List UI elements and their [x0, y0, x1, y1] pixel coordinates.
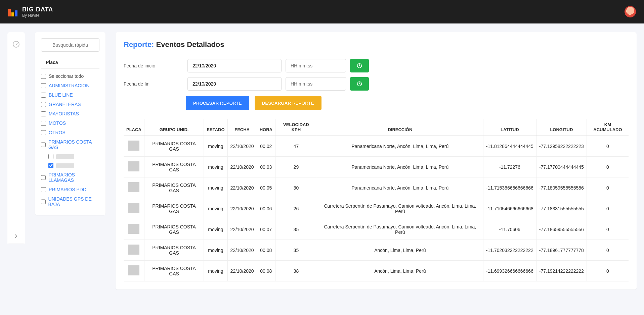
filter-checkbox[interactable]	[41, 187, 46, 192]
table-row: PRIMARIOS COSTA GASmoving22/10/202000:08…	[124, 240, 629, 261]
table-cell: -77.18331555555555	[536, 198, 587, 219]
search-input[interactable]	[41, 38, 99, 52]
table-cell: 0	[587, 261, 629, 281]
filter-checkbox[interactable]	[41, 121, 46, 126]
table-cell: 00:08	[257, 261, 275, 281]
table-cell: -77.18961777777778	[536, 240, 587, 261]
filter-checkbox[interactable]	[41, 199, 46, 204]
filter-label[interactable]: OTROS	[49, 130, 66, 135]
table-header-row: PLACAGRUPO UNID.ESTADOFECHAHORAVELOCIDAD…	[124, 119, 629, 136]
process-report-button[interactable]: PROCESAR REPORTE	[186, 96, 249, 110]
table-header-cell: LONGITUD	[536, 119, 587, 136]
mini-sidebar	[7, 32, 25, 244]
filter-label[interactable]: MAYORISTAS	[49, 111, 79, 116]
filter-label[interactable]: MOTOS	[49, 120, 66, 126]
end-time-input[interactable]	[286, 77, 346, 91]
table-header-cell: GRUPO UNID.	[144, 119, 204, 136]
filter-item: PRIMARIOS LLAMAGAS	[41, 170, 99, 185]
placa-redacted	[128, 245, 139, 255]
start-date-input[interactable]	[187, 59, 282, 72]
table-cell: Panamericana Norte, Ancón, Lima, Lima, P…	[317, 177, 483, 198]
filter-label[interactable]: UNIDADES GPS DE BAJA	[48, 196, 99, 207]
report-title-prefix: Reporte:	[124, 40, 154, 49]
filter-label[interactable]: PRIMARIOS PDD	[49, 187, 86, 192]
table-cell: 0	[587, 219, 629, 240]
table-cell: Panamericana Norte, Ancón, Lima, Lima, P…	[317, 157, 483, 177]
clock-icon	[357, 63, 362, 68]
set-end-time-button[interactable]	[350, 77, 369, 91]
filter-checkbox[interactable]	[41, 142, 46, 147]
table-cell: -77.19214222222222	[536, 261, 587, 281]
filter-item: MAYORISTAS	[41, 109, 99, 118]
filter-checkbox[interactable]	[41, 93, 46, 98]
filter-item	[41, 152, 99, 161]
redacted-label	[56, 163, 74, 168]
table-cell: Carretera Serpentín de Pasamayo, Camion …	[317, 219, 483, 240]
filter-label[interactable]: Seleccionar todo	[49, 73, 84, 79]
table-cell: -11.710546666666668	[483, 198, 536, 219]
filter-checkbox[interactable]	[41, 102, 46, 107]
filter-label[interactable]: PRIMARIOS COSTA GAS	[48, 139, 99, 150]
filter-checkbox[interactable]	[41, 130, 46, 135]
table-cell: -11.70606	[483, 219, 536, 240]
table-cell: 22/10/2020	[227, 136, 257, 157]
expand-sidebar-button[interactable]	[7, 229, 25, 244]
table-cell: 00:08	[257, 240, 275, 261]
end-date-input[interactable]	[187, 77, 282, 91]
placa-redacted	[128, 182, 139, 192]
table-cell: 00:03	[257, 157, 275, 177]
table-cell: 0	[587, 198, 629, 219]
start-date-label: Fecha de inicio	[124, 63, 187, 68]
filter-checkbox[interactable]	[41, 111, 46, 116]
table-header-cell: LATITUD	[483, 119, 536, 136]
filter-checkbox[interactable]	[48, 163, 53, 168]
table-cell: moving	[204, 198, 227, 219]
placa-redacted	[128, 224, 139, 234]
table-cell: 22/10/2020	[227, 157, 257, 177]
filter-section-title: Placa	[41, 58, 99, 69]
filter-item: PRIMARIOS COSTA GAS	[41, 137, 99, 152]
table-cell	[124, 198, 144, 219]
filter-panel: Placa Seleccionar todoADMINISTRACIONBLUE…	[35, 32, 105, 215]
end-date-label: Fecha de fin	[124, 81, 187, 87]
filter-label[interactable]: PRIMARIOS LLAMAGAS	[48, 172, 99, 183]
filter-item: MOTOS	[41, 118, 99, 128]
process-btn-light: REPORTE	[220, 101, 242, 106]
set-start-time-button[interactable]	[350, 59, 369, 72]
table-header-cell: VELOCIDAD KPH	[275, 119, 317, 136]
table-cell: -77.18659555555556	[536, 219, 587, 240]
table-cell: -11.699326666666666	[483, 261, 536, 281]
download-report-button[interactable]: DESCARGAR REPORTE	[255, 96, 321, 110]
process-btn-bold: PROCESAR	[193, 101, 219, 106]
filter-item: GRANELERAS	[41, 100, 99, 109]
avatar[interactable]	[625, 6, 636, 17]
dashboard-icon[interactable]	[13, 41, 19, 48]
table-cell: moving	[204, 177, 227, 198]
events-table: PLACAGRUPO UNID.ESTADOFECHAHORAVELOCIDAD…	[124, 119, 629, 281]
table-cell: 35	[275, 219, 317, 240]
filter-checkbox[interactable]	[41, 175, 46, 180]
download-btn-bold: DESCARGAR	[262, 101, 291, 106]
report-title: Reporte: Eventos Detallados	[124, 40, 629, 49]
table-cell: 00:06	[257, 198, 275, 219]
filter-checkbox[interactable]	[41, 74, 46, 79]
table-cell: 35	[275, 240, 317, 261]
brand-subtitle: By Navitel	[22, 13, 53, 18]
filter-label[interactable]: ADMINISTRACION	[49, 83, 89, 88]
redacted-label	[56, 154, 74, 159]
clock-icon	[357, 81, 362, 87]
placa-redacted	[128, 141, 139, 151]
filter-label[interactable]: BLUE LINE	[49, 92, 73, 98]
table-cell: PRIMARIOS COSTA GAS	[144, 198, 204, 219]
start-date-row: Fecha de inicio	[124, 59, 629, 72]
table-cell: -77.12958222222223	[536, 136, 587, 157]
start-time-input[interactable]	[286, 59, 346, 72]
filter-checkbox[interactable]	[48, 154, 53, 159]
table-header-cell: HORA	[257, 119, 275, 136]
filter-item: UNIDADES GPS DE BAJA	[41, 194, 99, 209]
filter-checkbox[interactable]	[41, 83, 46, 88]
topbar: BIG DATA By Navitel	[0, 0, 644, 23]
filter-label[interactable]: GRANELERAS	[49, 102, 81, 107]
table-body: PRIMARIOS COSTA GASmoving22/10/202000:02…	[124, 136, 629, 281]
table-cell: moving	[204, 219, 227, 240]
